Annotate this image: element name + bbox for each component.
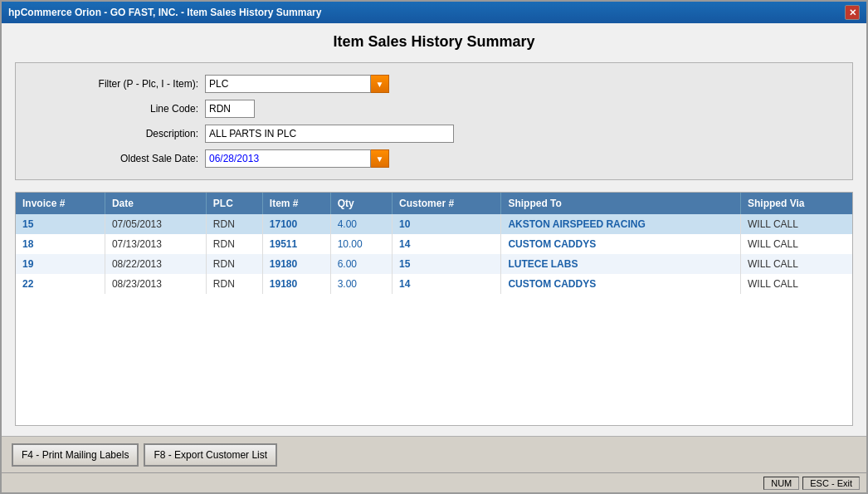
cell-0-row-1: 18	[16, 234, 105, 254]
cell-2-row-1: RDN	[206, 234, 262, 254]
cell-3-row-0: 17100	[262, 214, 330, 234]
cell-2-row-3: RDN	[206, 274, 262, 294]
cell-5-row-2: 15	[393, 254, 501, 274]
col-customer: Customer #	[393, 193, 501, 214]
filter-row: Filter (P - Plc, I - Item): ▼	[32, 75, 836, 93]
table-row[interactable]: 2208/23/2013RDN191803.0014CUSTOM CADDYSW…	[16, 274, 852, 294]
cell-7-row-2: WILL CALL	[740, 254, 852, 274]
print-mailing-button[interactable]: F4 - Print Mailing Labels	[12, 443, 139, 467]
cell-0-row-2: 19	[16, 254, 105, 274]
export-customer-button[interactable]: F8 - Export Customer List	[144, 443, 277, 467]
cell-1-row-3: 08/23/2013	[105, 274, 206, 294]
num-indicator: NUM	[763, 477, 799, 490]
cell-6-row-1: CUSTOM CADDYS	[501, 234, 741, 254]
col-plc: PLC	[206, 193, 262, 214]
cell-6-row-0: AKSTON AIRSPEED RACING	[501, 214, 741, 234]
description-label: Description:	[32, 128, 198, 139]
linecode-label: Line Code:	[32, 103, 198, 115]
oldest-sale-input-group: ▼	[205, 149, 389, 168]
cell-3-row-2: 19180	[262, 254, 330, 274]
data-table: Invoice # Date PLC Item # Qty Customer #…	[16, 193, 852, 294]
close-button[interactable]: ✕	[845, 5, 860, 20]
description-row: Description:	[32, 125, 836, 143]
filter-input[interactable]	[205, 75, 371, 93]
cell-6-row-2: LUTECE LABS	[501, 254, 741, 274]
window-title: hpCommerce Orion - GO FAST, INC. - Item …	[8, 7, 321, 18]
cell-5-row-1: 14	[393, 234, 501, 254]
filter-input-group: ▼	[205, 75, 389, 93]
cell-1-row-2: 08/22/2013	[105, 254, 206, 274]
cell-0-row-3: 22	[16, 274, 105, 294]
filter-label: Filter (P - Plc, I - Item):	[32, 78, 198, 90]
table-row[interactable]: 1507/05/2013RDN171004.0010AKSTON AIRSPEE…	[16, 214, 852, 234]
col-invoice: Invoice #	[16, 193, 105, 214]
cell-4-row-0: 4.00	[330, 214, 392, 234]
filter-dropdown-button[interactable]: ▼	[371, 75, 389, 93]
calendar-icon: ▼	[376, 154, 384, 164]
filter-panel: Filter (P - Plc, I - Item): ▼ Line Code:…	[15, 62, 853, 180]
main-window: hpCommerce Orion - GO FAST, INC. - Item …	[0, 0, 868, 494]
cell-4-row-1: 10.00	[330, 234, 392, 254]
cell-0-row-0: 15	[16, 214, 105, 234]
cell-4-row-3: 3.00	[330, 274, 392, 294]
title-bar: hpCommerce Orion - GO FAST, INC. - Item …	[2, 2, 866, 23]
table-row[interactable]: 1807/13/2013RDN1951110.0014CUSTOM CADDYS…	[16, 234, 852, 254]
main-content: Item Sales History Summary Filter (P - P…	[2, 23, 866, 436]
cell-7-row-3: WILL CALL	[740, 274, 852, 294]
cell-2-row-0: RDN	[206, 214, 262, 234]
cell-5-row-0: 10	[393, 214, 501, 234]
esc-indicator: ESC - Exit	[802, 477, 860, 490]
cell-7-row-1: WILL CALL	[740, 234, 852, 254]
oldest-sale-row: Oldest Sale Date: ▼	[32, 149, 836, 168]
oldest-sale-dropdown-button[interactable]: ▼	[371, 149, 389, 168]
oldest-sale-input[interactable]	[205, 149, 371, 168]
oldest-sale-label: Oldest Sale Date:	[32, 153, 198, 164]
linecode-row: Line Code:	[32, 100, 836, 118]
cell-6-row-3: CUSTOM CADDYS	[501, 274, 741, 294]
cell-3-row-3: 19180	[262, 274, 330, 294]
chevron-down-icon: ▼	[376, 80, 384, 89]
cell-1-row-0: 07/05/2013	[105, 214, 206, 234]
description-input[interactable]	[205, 125, 454, 143]
status-bar: NUM ESC - Exit	[2, 472, 866, 492]
cell-7-row-0: WILL CALL	[740, 214, 852, 234]
col-shipped-to: Shipped To	[501, 193, 741, 214]
data-table-container: Invoice # Date PLC Item # Qty Customer #…	[15, 192, 853, 426]
cell-5-row-3: 14	[393, 274, 501, 294]
bottom-bar: F4 - Print Mailing Labels F8 - Export Cu…	[2, 436, 866, 472]
col-qty: Qty	[330, 193, 392, 214]
table-header-row: Invoice # Date PLC Item # Qty Customer #…	[16, 193, 852, 214]
cell-3-row-1: 19511	[262, 234, 330, 254]
cell-1-row-1: 07/13/2013	[105, 234, 206, 254]
col-item: Item #	[262, 193, 330, 214]
cell-4-row-2: 6.00	[330, 254, 392, 274]
linecode-input[interactable]	[205, 100, 255, 118]
col-shipped-via: Shipped Via	[740, 193, 852, 214]
cell-2-row-2: RDN	[206, 254, 262, 274]
col-date: Date	[105, 193, 206, 214]
page-title: Item Sales History Summary	[15, 33, 853, 51]
table-row[interactable]: 1908/22/2013RDN191806.0015LUTECE LABSWIL…	[16, 254, 852, 274]
